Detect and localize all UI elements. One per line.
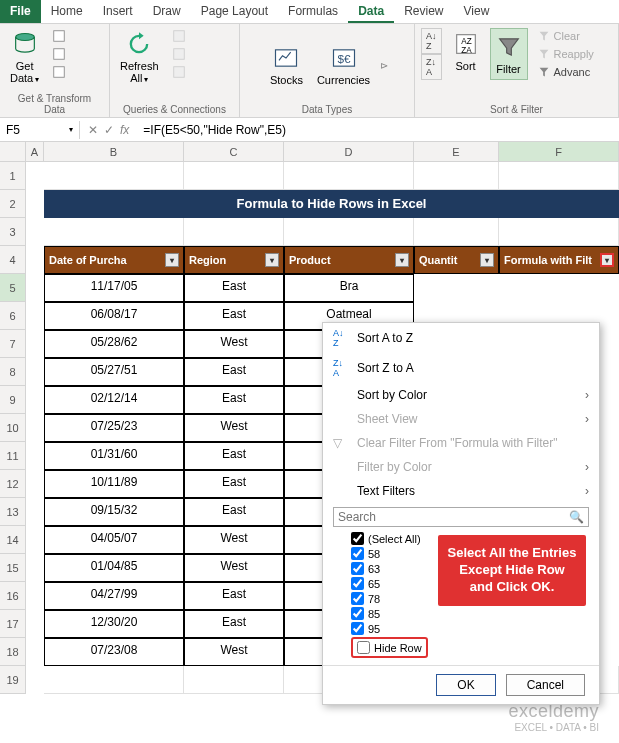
enter-icon[interactable]: ✓ xyxy=(104,123,114,137)
cell-product[interactable]: Bra xyxy=(284,274,414,302)
fx-icon[interactable]: fx xyxy=(120,123,129,137)
select-all-corner[interactable] xyxy=(0,142,26,161)
formula-input[interactable]: =IF(E5<50,"Hide Row",E5) xyxy=(137,121,619,139)
cell-date[interactable]: 05/28/62 xyxy=(44,330,184,358)
row-header[interactable]: 10 xyxy=(0,414,26,442)
cell-date[interactable]: 10/11/89 xyxy=(44,470,184,498)
from-web-button[interactable] xyxy=(49,46,69,62)
cell-date[interactable]: 04/05/07 xyxy=(44,526,184,554)
row-header[interactable]: 4 xyxy=(0,246,26,274)
tab-file[interactable]: File xyxy=(0,0,41,23)
table-header-region[interactable]: Region▾ xyxy=(184,246,284,274)
col-header-a[interactable]: A xyxy=(26,142,44,161)
cancel-icon[interactable]: ✕ xyxy=(88,123,98,137)
name-box[interactable]: F5▾ xyxy=(0,121,80,139)
tab-page-layout[interactable]: Page Layout xyxy=(191,0,278,23)
filter-arrow-icon[interactable]: ▾ xyxy=(265,253,279,267)
refresh-all-button[interactable]: RefreshAll▾ xyxy=(116,28,163,87)
row-header[interactable]: 9 xyxy=(0,386,26,414)
row-header[interactable]: 17 xyxy=(0,610,26,638)
table-header-formula[interactable]: Formula with Filt▾ xyxy=(499,246,619,274)
row-header[interactable]: 1 xyxy=(0,162,26,190)
get-data-button[interactable]: GetData▾ xyxy=(6,28,43,87)
table-header-product[interactable]: Product▾ xyxy=(284,246,414,274)
tab-review[interactable]: Review xyxy=(394,0,453,23)
row-header[interactable]: 8 xyxy=(0,358,26,386)
sort-za-button[interactable]: Z↓A xyxy=(421,54,442,80)
row-header[interactable]: 15 xyxy=(0,554,26,582)
sort-az-button[interactable]: A↓Z xyxy=(421,28,442,54)
cell-date[interactable]: 07/25/23 xyxy=(44,414,184,442)
col-header-f[interactable]: F xyxy=(499,142,619,161)
filter-arrow-icon[interactable]: ▾ xyxy=(600,253,614,267)
currencies-button[interactable]: $€ Currencies xyxy=(313,42,374,88)
cell-region[interactable]: East xyxy=(184,302,284,330)
filter-search[interactable]: 🔍 xyxy=(333,507,589,527)
cell-region[interactable]: West xyxy=(184,638,284,666)
cell-date[interactable]: 06/08/17 xyxy=(44,302,184,330)
sort-button[interactable]: AZZA Sort xyxy=(448,28,484,74)
cell-date[interactable]: 02/12/14 xyxy=(44,386,184,414)
col-header-d[interactable]: D xyxy=(284,142,414,161)
tab-home[interactable]: Home xyxy=(41,0,93,23)
table-header-quantity[interactable]: Quantit▾ xyxy=(414,246,499,274)
row-header[interactable]: 19 xyxy=(0,666,26,694)
cell-region[interactable]: West xyxy=(184,330,284,358)
row-header[interactable]: 18 xyxy=(0,638,26,666)
cell-date[interactable]: 12/30/20 xyxy=(44,610,184,638)
tab-insert[interactable]: Insert xyxy=(93,0,143,23)
menu-text-filters[interactable]: Text Filters› xyxy=(323,479,599,503)
cell-region[interactable]: West xyxy=(184,554,284,582)
row-header[interactable]: 3 xyxy=(0,218,26,246)
row-header[interactable]: 16 xyxy=(0,582,26,610)
from-text-button[interactable] xyxy=(49,28,69,44)
row-header[interactable]: 5 xyxy=(0,274,26,302)
tab-view[interactable]: View xyxy=(454,0,500,23)
cancel-button[interactable]: Cancel xyxy=(506,674,585,696)
table-header-date[interactable]: Date of Purcha▾ xyxy=(44,246,184,274)
ok-button[interactable]: OK xyxy=(436,674,495,696)
cell-region[interactable]: West xyxy=(184,414,284,442)
filter-arrow-icon[interactable]: ▾ xyxy=(480,253,494,267)
row-header[interactable]: 12 xyxy=(0,470,26,498)
cell-region[interactable]: East xyxy=(184,274,284,302)
cell-region[interactable]: East xyxy=(184,442,284,470)
menu-sort-color[interactable]: Sort by Color› xyxy=(323,383,599,407)
filter-search-input[interactable] xyxy=(338,510,569,524)
menu-sort-za[interactable]: Z↓ASort Z to A xyxy=(323,353,599,383)
tab-formulas[interactable]: Formulas xyxy=(278,0,348,23)
advanced-button[interactable]: Advanc xyxy=(534,64,597,80)
col-header-c[interactable]: C xyxy=(184,142,284,161)
cell-region[interactable]: East xyxy=(184,582,284,610)
cell-region[interactable]: East xyxy=(184,470,284,498)
menu-sort-az[interactable]: A↓ZSort A to Z xyxy=(323,323,599,353)
filter-arrow-icon[interactable]: ▾ xyxy=(165,253,179,267)
stocks-button[interactable]: Stocks xyxy=(266,42,307,88)
cell-region[interactable]: East xyxy=(184,498,284,526)
tab-draw[interactable]: Draw xyxy=(143,0,191,23)
filter-arrow-icon[interactable]: ▾ xyxy=(395,253,409,267)
row-header[interactable]: 6 xyxy=(0,302,26,330)
filter-item-hide-row[interactable]: Hide Row xyxy=(357,640,422,655)
filter-item[interactable]: 85 xyxy=(351,606,589,621)
col-header-b[interactable]: B xyxy=(44,142,184,161)
cell-region[interactable]: East xyxy=(184,386,284,414)
row-header[interactable]: 11 xyxy=(0,442,26,470)
cell-date[interactable]: 09/15/32 xyxy=(44,498,184,526)
cell-region[interactable]: East xyxy=(184,358,284,386)
col-header-e[interactable]: E xyxy=(414,142,499,161)
tab-data[interactable]: Data xyxy=(348,0,394,23)
row-header[interactable]: 7 xyxy=(0,330,26,358)
cell-date[interactable]: 05/27/51 xyxy=(44,358,184,386)
cell-region[interactable]: West xyxy=(184,526,284,554)
row-header[interactable]: 14 xyxy=(0,526,26,554)
row-header[interactable]: 2 xyxy=(0,190,26,218)
cell-date[interactable]: 01/31/60 xyxy=(44,442,184,470)
cell-date[interactable]: 07/23/08 xyxy=(44,638,184,666)
cell-date[interactable]: 04/27/99 xyxy=(44,582,184,610)
cell-date[interactable]: 11/17/05 xyxy=(44,274,184,302)
filter-button[interactable]: Filter xyxy=(490,28,528,80)
row-header[interactable]: 13 xyxy=(0,498,26,526)
from-table-button[interactable] xyxy=(49,64,69,80)
cell-date[interactable]: 01/04/85 xyxy=(44,554,184,582)
